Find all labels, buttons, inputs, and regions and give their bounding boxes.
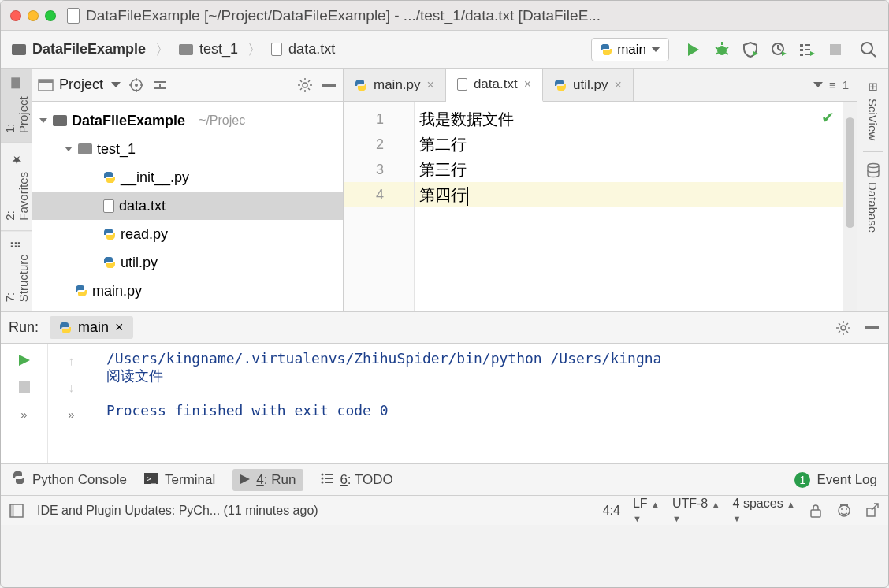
- project-folder-icon: [53, 115, 67, 126]
- rerun-button[interactable]: [14, 350, 35, 370]
- minimize-window-button[interactable]: [28, 10, 39, 21]
- run-tab[interactable]: main ×: [50, 316, 133, 339]
- editor-code[interactable]: ✔ 我是数据文件第二行第三行第四行: [415, 102, 843, 311]
- close-tab-icon[interactable]: ×: [115, 319, 124, 336]
- caret-position[interactable]: 4:4: [603, 504, 620, 518]
- code-line[interactable]: 第三行: [415, 157, 843, 182]
- more-button[interactable]: »: [14, 404, 35, 424]
- file-encoding[interactable]: UTF-8 ▲▼: [672, 497, 720, 525]
- run-config-selector[interactable]: main: [591, 38, 669, 61]
- goto-icon[interactable]: [865, 503, 880, 519]
- svg-rect-72: [867, 508, 875, 516]
- editor-tab[interactable]: util.py×: [543, 69, 634, 101]
- project-window-icon: [39, 80, 53, 91]
- text-caret: [467, 187, 468, 206]
- more-button[interactable]: »: [61, 404, 82, 424]
- breadcrumb[interactable]: DataFileExample 〉 test_1 〉 data.txt: [12, 40, 335, 59]
- search-button[interactable]: [860, 41, 877, 58]
- editor-scrollbar[interactable]: [843, 102, 857, 311]
- breadcrumb-folder[interactable]: test_1: [199, 41, 238, 58]
- code-line[interactable]: 第二行: [415, 132, 843, 157]
- editor-tab[interactable]: data.txt×: [446, 69, 543, 102]
- terminal-icon: >_: [144, 472, 158, 488]
- structure-tool-tab[interactable]: 7: Structure⠿: [1, 230, 32, 311]
- stop-button[interactable]: [827, 41, 844, 58]
- database-tool-tab[interactable]: Database: [863, 152, 883, 244]
- close-tab-icon[interactable]: ×: [524, 77, 531, 91]
- svg-line-6: [726, 53, 728, 54]
- svg-point-70: [846, 508, 847, 510]
- code-line[interactable]: 我是数据文件: [415, 106, 843, 132]
- tree-file[interactable]: data.txt: [32, 192, 343, 220]
- down-arrow-icon[interactable]: ↓: [61, 377, 82, 397]
- concurrency-button[interactable]: [798, 41, 816, 58]
- editor-gutter[interactable]: 1234: [344, 102, 415, 311]
- toggle-tool-windows-icon[interactable]: [9, 503, 24, 519]
- breadcrumb-root[interactable]: DataFileExample: [32, 41, 146, 58]
- collapse-icon[interactable]: [152, 77, 168, 93]
- titlebar: DataFileExample [~/Project/DataFileExamp…: [1, 1, 888, 31]
- lock-icon[interactable]: [808, 503, 824, 519]
- tree-file[interactable]: __init__.py: [32, 163, 343, 192]
- favorites-tool-tab[interactable]: 2: Favorites★: [1, 143, 32, 230]
- editor-tab[interactable]: main.py×: [344, 69, 446, 101]
- gear-icon[interactable]: [297, 77, 313, 93]
- chevron-down-icon[interactable]: [813, 82, 823, 87]
- run-tab[interactable]: 4: Run: [232, 469, 303, 491]
- sciview-tool-tab[interactable]: ⊞SciView: [863, 69, 883, 152]
- run-button[interactable]: [685, 41, 702, 58]
- close-tab-icon[interactable]: ×: [427, 78, 434, 92]
- line-separator[interactable]: LF ▲▼: [633, 497, 660, 525]
- target-icon[interactable]: [128, 77, 144, 93]
- indent-setting[interactable]: 4 spaces ▲▼: [733, 497, 795, 525]
- project-tree[interactable]: DataFileExample ~/Projec test_1 __init__…: [32, 102, 343, 311]
- svg-marker-54: [19, 355, 30, 366]
- svg-point-20: [861, 43, 872, 54]
- tree-file[interactable]: main.py: [32, 277, 343, 305]
- folder-icon: [12, 78, 20, 89]
- bottom-toolbar: Python Console >_ Terminal 4: Run 6: TOD…: [1, 463, 888, 495]
- scrollbar-thumb[interactable]: [846, 117, 854, 228]
- star-icon: ★: [9, 153, 24, 167]
- stop-button[interactable]: [14, 377, 35, 397]
- project-tool-tab[interactable]: 1: Project: [1, 69, 32, 143]
- status-message[interactable]: IDE and Plugin Updates: PyCh... (11 minu…: [37, 504, 318, 518]
- chevron-down-icon: [651, 47, 660, 52]
- tree-file[interactable]: read.py: [32, 220, 343, 248]
- sidebar-title: Project: [59, 76, 103, 93]
- python-console-tab[interactable]: Python Console: [12, 471, 127, 489]
- coverage-button[interactable]: [742, 41, 759, 58]
- breadcrumb-file[interactable]: data.txt: [288, 41, 335, 58]
- python-icon: [12, 471, 26, 489]
- tab-counter: 1: [843, 78, 849, 91]
- tab-list-icon[interactable]: ≡: [829, 78, 836, 91]
- close-window-button[interactable]: [10, 10, 21, 21]
- svg-line-38: [300, 80, 302, 82]
- terminal-tab[interactable]: >_ Terminal: [144, 472, 215, 488]
- run-console[interactable]: /Users/kingname/.virtualenvs/ZhihuSpider…: [95, 344, 888, 463]
- zoom-window-button[interactable]: [45, 10, 56, 21]
- tree-file[interactable]: util.py: [32, 248, 343, 277]
- tree-folder[interactable]: test_1: [32, 135, 343, 163]
- hide-icon[interactable]: [321, 77, 337, 93]
- gear-icon[interactable]: [835, 319, 852, 337]
- debug-button[interactable]: [713, 41, 731, 58]
- profile-button[interactable]: [770, 41, 787, 58]
- todo-tab[interactable]: 6: TODO: [321, 472, 392, 488]
- chevron-down-icon[interactable]: [39, 116, 48, 125]
- tree-root[interactable]: DataFileExample ~/Projec: [32, 106, 343, 135]
- run-config-name: main: [617, 42, 646, 58]
- inspector-icon[interactable]: [836, 503, 852, 519]
- up-arrow-icon[interactable]: ↑: [61, 350, 82, 370]
- chevron-down-icon[interactable]: [111, 82, 121, 87]
- chevron-down-icon[interactable]: [64, 144, 73, 154]
- event-log-tab[interactable]: 1 Event Log: [794, 472, 877, 488]
- python-file-icon: [75, 285, 87, 297]
- python-file-icon: [103, 228, 116, 240]
- svg-rect-12: [800, 44, 803, 47]
- code-line[interactable]: 第四行: [415, 182, 843, 207]
- hide-icon[interactable]: [863, 319, 880, 337]
- close-tab-icon[interactable]: ×: [614, 78, 621, 92]
- inspection-ok-icon[interactable]: ✔: [821, 108, 835, 127]
- svg-rect-71: [840, 504, 848, 506]
